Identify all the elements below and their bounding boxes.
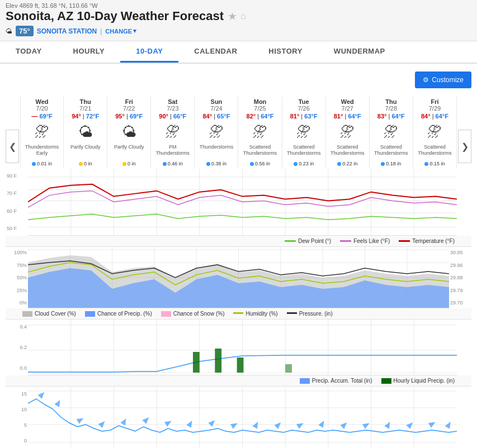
tab-hourly[interactable]: HOURLY <box>58 41 121 63</box>
precip-value: 0 in <box>127 161 136 166</box>
tab-10day[interactable]: 10-DAY <box>120 41 178 63</box>
wind-y-10: 10 <box>7 407 27 412</box>
svg-marker-77 <box>428 420 437 428</box>
day-date: 7/25 <box>239 105 280 112</box>
temp-lo: 64°F <box>348 113 361 120</box>
day-name: Wed <box>22 98 62 105</box>
precip-legend: Cloud Cover (%) Chance of Precip. (%) Ch… <box>6 308 471 320</box>
day-col-7[interactable]: Wed 7/27 81° | 64°F ⛈ Scattered Thunders… <box>326 96 370 169</box>
day-desc: Scattered Thunderstorms <box>284 144 324 160</box>
legend-feels: Feels Like (°F) <box>340 238 390 244</box>
precip-total-icon <box>300 378 310 384</box>
precip-dot-icon <box>424 162 428 166</box>
day-desc: Thunderstorms <box>196 144 237 160</box>
svg-marker-59 <box>38 390 46 399</box>
day-date: 7/23 <box>152 105 193 112</box>
page-title: Sonoita, AZ 10-Day Weather Forecast ★ ⌂ <box>6 9 471 23</box>
customize-button[interactable]: ⚙ Customize <box>415 72 471 88</box>
temp-y-60: 60 F <box>7 208 27 214</box>
home-icon[interactable]: ⌂ <box>240 11 246 21</box>
wind-y-15: 15 <box>7 391 27 397</box>
day-col-8[interactable]: Thu 7/28 83° | 64°F ⛈ Scattered Thunders… <box>370 96 413 169</box>
day-name: Thu <box>65 98 106 105</box>
precip-value: 0.01 in <box>37 161 52 166</box>
legend-dew: Dew Point (°) <box>285 238 331 244</box>
day-weather-icon: 🌤 <box>65 122 106 142</box>
forecast-section: ⚙ Customize ❮ ❯ Wed 7/20 — 69°F ⛈ Thunde… <box>0 64 477 448</box>
day-col-3[interactable]: Sat 7/23 90° | 66°F ⛈ PM Thunderstorms 0… <box>151 96 195 169</box>
day-temps: 81° | 63°F <box>284 113 324 120</box>
weather-icon: 🌤 <box>6 27 12 35</box>
accum-y-02: 0.2 <box>7 345 27 350</box>
precip-y-75: 75% <box>7 263 27 268</box>
day-weather-icon: 🌤 <box>108 122 149 142</box>
day-name: Sun <box>196 98 237 105</box>
temp-hi: 81° <box>290 113 300 120</box>
svg-marker-64 <box>142 416 150 425</box>
snow-chance-icon <box>161 311 171 317</box>
precip-value: 0 in <box>84 161 92 166</box>
day-temps: 82° | 64°F <box>239 113 280 120</box>
station-name[interactable]: SONOITA STATION <box>37 27 97 35</box>
cloud-cover-icon <box>22 311 32 317</box>
day-col-1[interactable]: Thu 7/21 94° | 72°F 🌤 Partly Cloudy 0 in <box>64 96 107 169</box>
day-temps: 84° | 64°F <box>414 113 455 120</box>
pressure-y-3: 29.88 <box>450 275 470 280</box>
temp-hi: 84° <box>421 113 431 120</box>
precip-value: 0.38 in <box>211 161 226 166</box>
precip-dot-icon <box>381 162 385 166</box>
day-weather-icon: ⛈ <box>327 122 368 142</box>
day-col-9[interactable]: Fri 7/29 84° | 64°F ⛈ Scattered Thunders… <box>413 96 457 169</box>
legend-humidity: Humidity (%) <box>233 311 277 317</box>
temp-lo: 65°F <box>217 113 230 120</box>
pressure-line-icon <box>287 312 297 314</box>
change-link[interactable]: CHANGE ▾ <box>105 27 136 35</box>
prev-arrow[interactable]: ❮ <box>6 130 19 163</box>
svg-rect-42 <box>193 352 200 373</box>
day-date: 7/20 <box>22 105 62 112</box>
star-icon[interactable]: ★ <box>228 11 236 22</box>
day-weather-icon: ⛈ <box>152 122 193 142</box>
temp-hi: 90° <box>159 113 168 120</box>
temp-hi: 95° <box>115 113 125 120</box>
temp-legend: Dew Point (°) Feels Like (°F) Temperatur… <box>6 236 471 247</box>
legend-hourly-liquid: Hourly Liquid Precip. (in) <box>381 378 455 384</box>
day-precip: 0.38 in <box>196 161 237 166</box>
dew-line-icon <box>285 240 296 242</box>
station-bar: 🌤 75° SONOITA STATION | CHANGE ▾ <box>6 23 471 39</box>
wind-y-0: 0 <box>7 438 27 444</box>
svg-rect-45 <box>285 364 292 373</box>
temp-y-50: 50 F <box>7 226 27 231</box>
humidity-line-icon <box>233 312 243 314</box>
day-col-2[interactable]: Fri 7/22 95° | 69°F 🌤 Partly Cloudy 0 in <box>107 96 151 169</box>
tab-history[interactable]: HISTORY <box>253 41 318 63</box>
day-col-0[interactable]: Wed 7/20 — 69°F ⛈ Thunderstorms Early 0.… <box>20 96 64 169</box>
day-temps: 94° | 72°F <box>65 113 106 120</box>
tab-wundermap[interactable]: WUNDERMAP <box>318 41 401 63</box>
day-date: 7/24 <box>196 105 237 112</box>
precip-value: 0.56 in <box>255 161 270 166</box>
svg-marker-62 <box>98 420 107 428</box>
day-desc: Partly Cloudy <box>108 144 149 160</box>
tab-calendar[interactable]: CALENDAR <box>178 41 253 63</box>
temp-lo: 66°F <box>173 113 186 120</box>
day-date: 7/27 <box>327 105 368 112</box>
precip-value: 0.15 in <box>429 161 445 166</box>
accum-y-00: 0.0 <box>7 365 27 371</box>
temp-lo: 64°F <box>261 113 273 120</box>
next-arrow[interactable]: ❯ <box>458 130 471 163</box>
day-name: Wed <box>327 98 368 105</box>
day-name: Tue <box>284 98 324 105</box>
day-col-6[interactable]: Tue 7/26 81° | 63°F ⛈ Scattered Thunders… <box>282 96 326 169</box>
pressure-y-4: 29.79 <box>450 288 470 293</box>
tab-today[interactable]: TODAY <box>0 41 58 63</box>
forecast-container: ❮ ❯ Wed 7/20 — 69°F ⛈ Thunderstorms Earl… <box>6 96 471 169</box>
temp-hi: 94° <box>72 113 81 120</box>
day-desc: Scattered Thunderstorms <box>371 144 412 160</box>
day-temps: 90° | 66°F <box>152 113 193 120</box>
precip-chart-section: 100% 75% 50% 25% 0% 30.05 29.96 29.88 29… <box>6 247 471 320</box>
day-col-5[interactable]: Mon 7/25 82° | 64°F ⛈ Scattered Thunders… <box>238 96 282 169</box>
precip-dot-icon <box>32 162 36 166</box>
day-col-4[interactable]: Sun 7/24 84° | 65°F ⛈ Thunderstorms 0.38… <box>195 96 238 169</box>
day-weather-icon: ⛈ <box>371 122 412 142</box>
